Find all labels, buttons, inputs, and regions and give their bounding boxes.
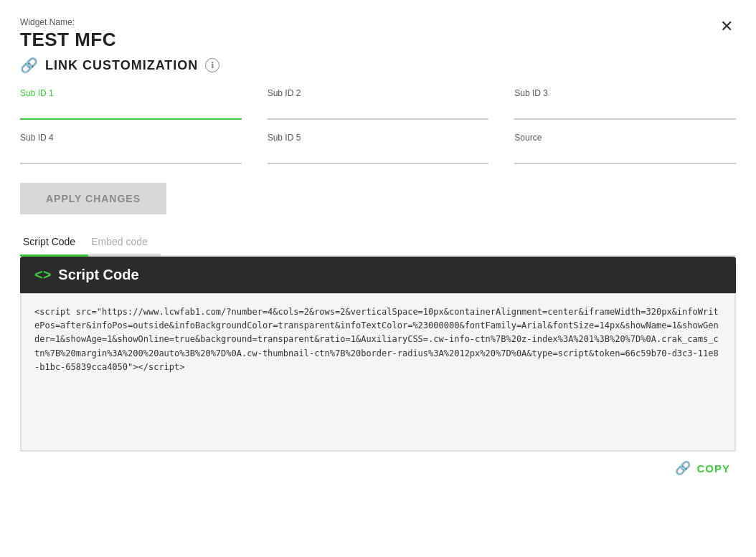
copy-link-icon: 🔗: [675, 460, 691, 476]
section-title-row: 🔗 LINK CUSTOMIZATION ℹ: [20, 57, 736, 74]
source-label: Source: [514, 133, 736, 143]
fields-row-2: Sub ID 4 Sub ID 5 Source: [20, 133, 736, 164]
field-group-sub-id-3: Sub ID 3: [514, 88, 736, 120]
field-group-sub-id-2: Sub ID 2: [268, 88, 489, 120]
code-section: <> Script Code: [20, 257, 736, 293]
fields-row-1: Sub ID 1 Sub ID 2 Sub ID 3: [20, 88, 736, 120]
tabs-row: Script Code Embed code: [20, 229, 736, 257]
sub-id-2-input[interactable]: [268, 101, 489, 120]
copy-row: 🔗 COPY: [20, 452, 736, 476]
field-group-source: Source: [514, 133, 736, 164]
tab-embed-code[interactable]: Embed code: [88, 229, 161, 257]
code-body[interactable]: <script src="https://www.lcwfab1.com/?nu…: [21, 293, 735, 451]
link-icon: 🔗: [20, 57, 38, 74]
code-content-area: <script src="https://www.lcwfab1.com/?nu…: [20, 293, 736, 452]
close-button[interactable]: ✕: [717, 17, 736, 36]
sub-id-1-input[interactable]: [20, 101, 242, 120]
code-section-title: Script Code: [58, 267, 138, 283]
sub-id-3-label: Sub ID 3: [514, 88, 736, 98]
widget-name-label: Widget Name:: [20, 17, 116, 27]
field-group-sub-id-5: Sub ID 5: [268, 133, 489, 164]
field-group-sub-id-1: Sub ID 1: [20, 88, 242, 120]
sub-id-3-input[interactable]: [514, 101, 736, 120]
source-input[interactable]: [514, 146, 736, 164]
copy-button[interactable]: COPY: [696, 462, 730, 475]
sub-id-4-label: Sub ID 4: [20, 133, 242, 143]
modal-container: Widget Name: TEST MFC ✕ 🔗 LINK CUSTOMIZA…: [0, 0, 756, 557]
sub-id-4-input[interactable]: [20, 146, 242, 164]
field-group-sub-id-4: Sub ID 4: [20, 133, 242, 164]
sub-id-5-input[interactable]: [268, 146, 489, 164]
tab-script-code[interactable]: Script Code: [20, 229, 88, 257]
code-brackets-icon: <>: [34, 267, 51, 283]
section-title-text: LINK CUSTOMIZATION: [45, 58, 198, 73]
info-icon[interactable]: ℹ: [205, 58, 219, 72]
code-section-header: <> Script Code: [20, 257, 736, 293]
modal-header: Widget Name: TEST MFC ✕: [20, 17, 736, 51]
widget-info: Widget Name: TEST MFC: [20, 17, 116, 51]
sub-id-2-label: Sub ID 2: [268, 88, 489, 98]
sub-id-1-label: Sub ID 1: [20, 88, 242, 98]
apply-changes-button[interactable]: APPLY CHANGES: [20, 183, 166, 214]
sub-id-5-label: Sub ID 5: [268, 133, 489, 143]
widget-name-value: TEST MFC: [20, 29, 116, 51]
